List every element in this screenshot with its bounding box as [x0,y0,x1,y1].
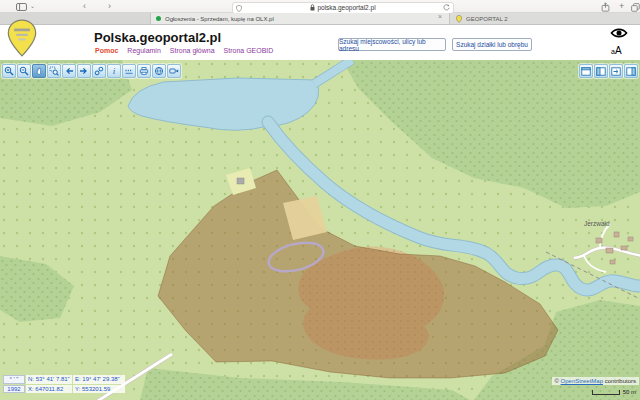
map-area: Jerzwałd i [0,60,640,400]
panel-share-icon[interactable] [609,64,623,78]
panel-right-icon[interactable] [624,64,638,78]
new-tab-icon[interactable]: + [619,1,624,12]
identify-info-icon[interactable]: i [107,64,121,78]
map-canvas[interactable]: Jerzwałd [0,60,640,400]
nav-link-pomoc[interactable]: Pomoc [95,47,118,54]
geoportal-logo-pin-icon[interactable] [5,18,39,58]
header-nav: Pomoc Regulamin Strona główna Strona GEO… [95,47,273,54]
map-attribution: © OpenStreetMap contributors [552,377,639,385]
zoom-window-icon[interactable] [47,64,61,78]
coord-x: X: 647011.82 [26,385,72,394]
map-toolbar-left: i [2,64,181,78]
osm-link[interactable]: OpenStreetMap [561,378,603,384]
panel-left-icon[interactable] [594,64,608,78]
tab-title: GEOPORTAL 2 [466,16,508,22]
street-view-camera-icon[interactable] [167,64,181,78]
close-tab-icon[interactable]: × [438,13,442,20]
previous-view-icon[interactable] [62,64,76,78]
coord-format-button[interactable]: ° ' " [3,375,25,384]
zoom-out-icon[interactable] [17,64,31,78]
url-text: polska.geoportal2.pl [317,4,375,11]
overview-map-icon[interactable] [152,64,166,78]
address-bar[interactable]: polska.geoportal2.pl [232,2,454,14]
chevron-down-icon[interactable]: ⌄ [30,1,35,12]
nav-link-regulamin[interactable]: Regulamin [127,47,160,54]
scale-bar [592,390,620,395]
olx-favicon [156,16,161,21]
scale-label: 50 m [623,389,636,395]
coordinate-readout: ° ' " N: 53° 41' 7.81" E: 19° 47' 29.38"… [3,375,125,393]
panel-top-icon[interactable] [579,64,593,78]
share-icon[interactable] [601,2,610,12]
pan-hand-icon[interactable] [32,64,46,78]
svg-text:i: i [113,66,116,76]
measure-icon[interactable] [122,64,136,78]
contrast-eye-icon[interactable] [610,27,628,39]
coord-crs-button[interactable]: 1992 [3,385,25,394]
nav-link-strona-glowna[interactable]: Strona główna [170,47,215,54]
lock-icon [310,4,315,11]
coord-y: Y: 553201.59 [73,385,125,394]
geoportal-favicon [456,15,462,23]
tab-strip: Ogłoszenia - Sprzedam, kupię na OLX.pl ×… [0,13,640,25]
map-toolbar-right [579,64,638,78]
privacy-shield-icon[interactable] [236,5,242,12]
tab-overview-icon[interactable] [631,3,640,12]
scale-control: 50 m [592,389,636,395]
tab-geoportal[interactable]: GEOPORTAL 2 [450,13,640,24]
place-label: Jerzwałd [584,220,610,227]
building [237,178,244,184]
page-title: Polska.geoportal2.pl [94,30,221,45]
search-parcel-button[interactable]: Szukaj działki lub obrębu [452,38,532,51]
search-address-button[interactable]: Szukaj miejscowości, ulicy lub adresu [338,38,446,51]
font-size-toggle[interactable]: aA [611,40,622,58]
next-view-icon[interactable] [77,64,91,78]
coord-n: N: 53° 41' 7.81" [26,375,72,384]
sidebar-icon[interactable] [16,3,27,11]
nav-link-strona-geobid[interactable]: Strona GEOBID [224,47,274,54]
tab-olx[interactable]: Ogłoszenia - Sprzedam, kupię na OLX.pl × [150,13,450,24]
forward-icon[interactable]: › [108,1,111,12]
back-icon[interactable]: ‹ [83,1,86,12]
link-view-icon[interactable] [92,64,106,78]
print-icon[interactable] [137,64,151,78]
tab-title: Ogłoszenia - Sprzedam, kupię na OLX.pl [165,16,274,22]
browser-top-bar: ⌄ ‹ › polska.geoportal2.pl + [0,0,640,13]
zoom-in-icon[interactable] [2,64,16,78]
site-header: Polska.geoportal2.pl Pomoc Regulamin Str… [0,25,640,60]
coord-e: E: 19° 47' 29.38" [73,375,125,384]
refresh-icon[interactable] [443,4,450,11]
